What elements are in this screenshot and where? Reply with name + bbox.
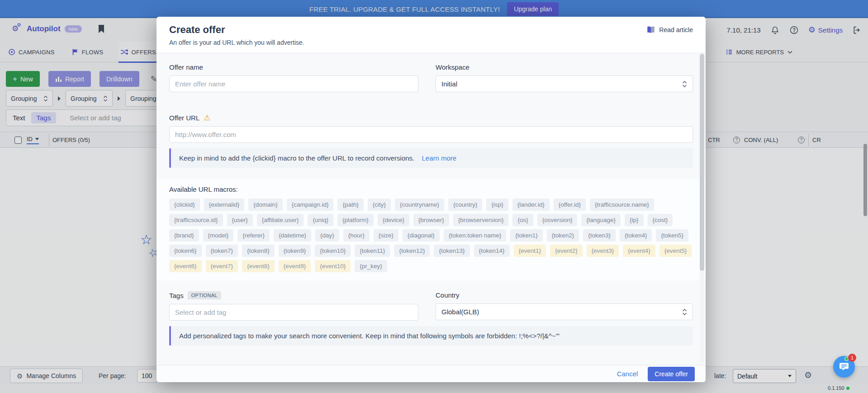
macro-chip[interactable]: {token5} [656,229,688,241]
macro-chip[interactable]: {lander.id} [512,199,550,211]
macro-chip[interactable]: {trafficsource.id} [169,214,223,226]
macro-chip[interactable]: {countryname} [395,199,444,211]
macro-chip[interactable]: {token9} [279,245,311,257]
macro-chip[interactable]: {token14} [474,245,510,257]
offer-name-label: Offer name [169,63,418,71]
macro-chip[interactable]: {isp} [486,199,508,211]
macro-chip[interactable]: {pr_key} [355,260,387,272]
macro-chip[interactable]: {os} [512,214,533,226]
macro-chip[interactable]: {uniq} [308,214,333,226]
country-select[interactable]: Global(GLB) [436,303,693,320]
macro-chip[interactable]: {browserversion} [453,214,509,226]
macro-chip[interactable]: {domain} [248,199,282,211]
macro-chip[interactable]: {referer} [237,229,270,241]
read-article-label: Read article [659,26,693,33]
macro-chip[interactable]: {event10} [315,260,351,272]
macro-chip[interactable]: {device} [378,214,409,226]
macro-chip[interactable]: {event2} [550,245,583,257]
macro-chip[interactable]: {size} [374,229,398,241]
modal-title: Create offer [169,24,693,36]
book-icon [646,26,655,34]
name-workspace-row: Offer name Workspace Initial [169,63,693,92]
tags-label: Tags [169,292,184,299]
cancel-button[interactable]: Cancel [617,370,638,378]
macro-chip[interactable]: {event9} [279,260,311,272]
macro-chip[interactable]: {datetime} [274,229,311,241]
tags-country-row: Tags OPTIONAL Country Global(GLB) [169,291,693,321]
macro-chip[interactable]: {language} [581,214,621,226]
macro-chip[interactable]: {affiliate.user} [257,214,304,226]
macro-chip[interactable]: {token12} [394,245,430,257]
macro-chip[interactable]: {campaign.id} [287,199,334,211]
macro-chip[interactable]: {cost} [648,214,673,226]
app-root: FREE TRIAL. UPGRADE & GET FULL ACCESS IN… [0,0,868,393]
macro-chip[interactable]: {token11} [355,245,390,257]
country-label: Country [436,291,693,299]
optional-badge: OPTIONAL [188,291,221,299]
macro-chip[interactable]: {event3} [587,245,619,257]
macro-chip[interactable]: {token13} [434,245,470,257]
macro-chip[interactable]: {offer.id} [554,199,586,211]
offer-url-input[interactable] [169,126,693,143]
chat-widget-button[interactable]: 1 [833,356,855,378]
macro-chip[interactable]: {platform} [337,214,374,226]
select-updown-icon [682,80,687,88]
macro-chip[interactable]: {event8} [242,260,275,272]
clickid-note-text: Keep in mind to add the {clickid} macro … [179,154,414,162]
macro-chip[interactable]: {hour} [343,229,370,241]
macros-section: Available URL macros: {clickid} {externa… [157,179,706,280]
read-article-link[interactable]: Read article [646,26,693,34]
modal-subtitle: An offer is your ad URL which you will a… [169,39,693,46]
macro-chip[interactable]: {day} [315,229,339,241]
macro-chip[interactable]: {token1} [510,229,543,241]
macro-chip[interactable]: {token3} [583,229,616,241]
macro-chip[interactable]: {diagonal} [403,229,440,241]
offer-name-input[interactable] [169,76,418,92]
macro-chip[interactable]: {event7} [206,260,238,272]
macro-chip[interactable]: {country} [448,199,482,211]
macro-chip[interactable]: {token2} [547,229,579,241]
macro-chip[interactable]: {event4} [623,245,655,257]
workspace-select-value: Initial [441,80,457,88]
macro-chip[interactable]: {city} [368,199,391,211]
chat-unread-badge: 1 [848,354,856,362]
modal-scrollbar-thumb[interactable] [700,54,704,271]
modal-body: Offer name Workspace Initial Offer URL ⚠ [157,53,706,365]
macro-chip[interactable]: {event5} [659,245,692,257]
select-updown-icon [682,308,687,316]
macro-chip[interactable]: {token:token name} [444,229,506,241]
macros-title: Available URL macros: [169,185,693,193]
macro-chip[interactable]: {externalid} [204,199,245,211]
macro-chip[interactable]: {osversion} [537,214,578,226]
learn-more-link[interactable]: Learn more [422,154,456,162]
macro-chip[interactable]: {user} [227,214,253,226]
macro-chip[interactable]: {trafficsource.name} [590,199,654,211]
create-offer-button[interactable]: Create offer [648,367,695,381]
macro-chip[interactable]: {token6} [169,245,202,257]
macro-chip[interactable]: {token7} [206,245,238,257]
macro-chip[interactable]: {model} [203,229,234,241]
macro-chip[interactable]: {token8} [242,245,275,257]
modal-header: Create offer An offer is your ad URL whi… [157,17,706,53]
modal-footer: Cancel Create offer [157,365,706,382]
modal-scrollbar[interactable] [700,52,704,362]
macro-chip[interactable]: {brand} [169,229,199,241]
clickid-note: Keep in mind to add the {clickid} macro … [169,148,693,168]
tags-note: Add personalized tags to make your searc… [169,326,693,346]
tags-input[interactable] [169,304,418,321]
macro-chip[interactable]: {ip} [625,214,644,226]
workspace-select[interactable]: Initial [436,76,693,92]
macro-chip[interactable]: {clickid} [169,199,200,211]
workspace-label: Workspace [436,63,693,71]
macro-chip[interactable]: {token10} [315,245,351,257]
macro-chip[interactable]: {browser} [413,214,449,226]
macro-chip[interactable]: {path} [337,199,363,211]
country-select-value: Global(GLB) [441,308,479,316]
macro-chip[interactable]: {token4} [620,229,652,241]
offer-url-group: Offer URL ⚠ Keep in mind to add the {cli… [169,114,693,168]
macro-chip[interactable]: {event6} [169,260,202,272]
create-offer-modal: Create offer An offer is your ad URL whi… [157,17,706,382]
chat-icon [839,361,849,372]
macro-chip-list: {clickid} {externalid} {domain} {campaig… [169,199,693,272]
macro-chip[interactable]: {event1} [514,245,546,257]
